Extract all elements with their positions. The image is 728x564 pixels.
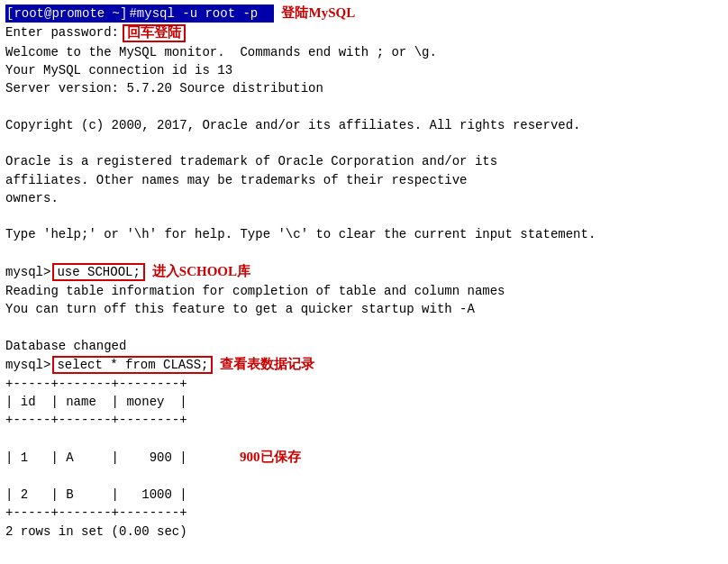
terminal: [root@promote ~]#mysql -u root -p 登陆MySQ… [5, 4, 723, 541]
table-sep-top: +-----+-------+--------+ [5, 375, 723, 393]
blank1 [5, 97, 723, 115]
blank4 [5, 244, 723, 262]
select-cmd-box: select * from CLASS; [52, 356, 213, 374]
welcome-line1: Welcome to the MySQL monitor. Commands e… [5, 43, 723, 61]
annotation-use-school: 进入SCHOOL库 [152, 262, 250, 282]
command-line-1: [root@promote ~]#mysql -u root -p 登陆MySQ… [5, 4, 723, 23]
mysql-prompt-1: mysql> [5, 263, 50, 281]
result-line: 2 rows in set (0.00 sec) [5, 523, 723, 541]
annotation-login-mysql: 登陆MySQL [281, 4, 355, 23]
blank5 [5, 318, 723, 336]
table-header: | id | name | money | [5, 393, 723, 411]
table-sep-bottom: +-----+-------+--------+ [5, 504, 723, 522]
turn-off-line: You can turn off this feature to get a q… [5, 300, 723, 318]
table-row1-data: | 1 | A | 900 | [5, 449, 187, 467]
annotation-enter-text: 回车登陆 [127, 25, 181, 40]
mysql-use-line: mysql> use SCHOOL; 进入SCHOOL库 [5, 262, 723, 282]
annotation-enter: 回车登陆 [123, 24, 186, 42]
db-changed-line: Database changed [5, 337, 723, 355]
oracle-line3: owners. [5, 189, 723, 207]
annotation-900: 900已保存 [195, 430, 301, 486]
welcome-line3: Server version: 5.7.20 Source distributi… [5, 79, 723, 97]
table-row-1: | 1 | A | 900 | 900已保存 [5, 430, 723, 486]
command-mysql: #mysql -u root -p [128, 5, 259, 23]
select-cmd: select * from CLASS; [52, 356, 213, 374]
mysql-select-line: mysql> select * from CLASS; 查看表数据记录 [5, 355, 723, 375]
table-sep-mid: +-----+-------+--------+ [5, 411, 723, 429]
mysql-prompt-2: mysql> [5, 356, 50, 374]
enter-password-label: Enter password: [5, 23, 119, 41]
blank2 [5, 134, 723, 152]
annotation-use-text: 进入SCHOOL库 [152, 264, 250, 278]
use-school-cmd: use SCHOOL; [52, 263, 144, 281]
password-line: Enter password: 回车登陆 [5, 23, 723, 43]
annotation-box-enter: 回车登陆 [123, 23, 186, 43]
annotation-900-text: 900已保存 [240, 450, 301, 464]
oracle-line1: Oracle is a registered trademark of Orac… [5, 152, 723, 170]
oracle-line2: affiliates. Other names may be trademark… [5, 171, 723, 189]
reading-table-line: Reading table information for completion… [5, 282, 723, 300]
prompt-text: [root@promote ~] [5, 5, 128, 23]
help-line: Type 'help;' or '\h' for help. Type '\c'… [5, 225, 723, 243]
welcome-line2: Your MySQL connection id is 13 [5, 61, 723, 79]
blank3 [5, 207, 723, 225]
annotation-select-text: 查看表数据记录 [220, 357, 314, 371]
use-school-box: use SCHOOL; [52, 263, 144, 281]
annotation-select: 查看表数据记录 [220, 355, 314, 375]
table-row-2: | 2 | B | 1000 | [5, 486, 723, 504]
copyright-line: Copyright (c) 2000, 2017, Oracle and/or … [5, 116, 723, 134]
